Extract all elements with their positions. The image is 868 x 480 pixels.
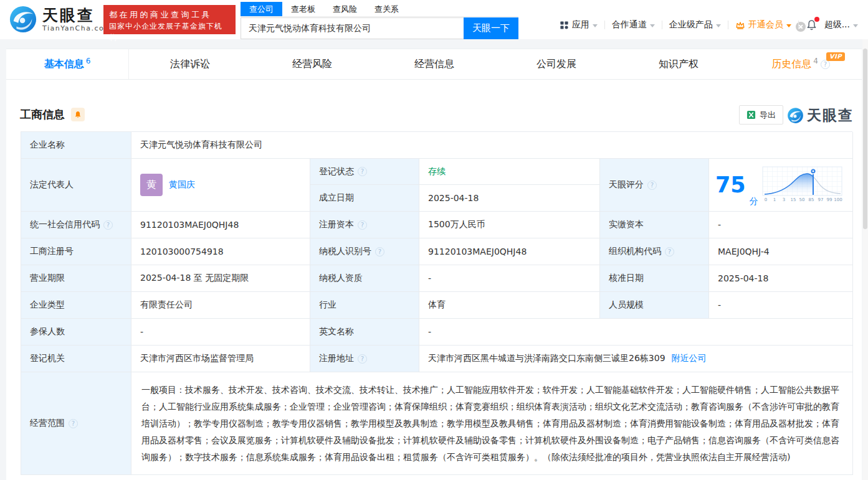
- score-unit: 分: [750, 196, 758, 207]
- section-title: 工商信息: [20, 107, 65, 122]
- nav-cooperation[interactable]: 合作通道: [612, 19, 655, 31]
- credit-code-label: 统一社会信用代码: [30, 219, 100, 230]
- tab-company-development[interactable]: 公司发展: [495, 49, 618, 79]
- establish-date-value: 2025-04-18: [419, 185, 600, 212]
- legal-rep-cell: 黄 黄国庆: [131, 159, 310, 212]
- axis-tick: 15: [790, 197, 796, 202]
- axis-tick: 0: [764, 197, 766, 202]
- brand-name: 天眼查: [42, 7, 112, 24]
- org-code-label: 组织机构代码: [609, 246, 661, 257]
- credit-code-value: 91120103MAEJ0QHJ48: [131, 212, 310, 238]
- search-tab-relation[interactable]: 查关系: [366, 2, 408, 16]
- tab-operating-risk[interactable]: 经营风险: [251, 49, 373, 79]
- tab-operating-info[interactable]: 经营信息: [373, 49, 495, 79]
- help-icon[interactable]: ?: [69, 419, 78, 428]
- search-button[interactable]: 天眼一下: [464, 17, 518, 39]
- business-scope-value: 一般项目：技术服务、技术开发、技术咨询、技术交流、技术转让、技术推广；人工智能应…: [131, 372, 853, 475]
- slogan-line1: 都在用的商业查询工具: [109, 9, 230, 21]
- chevron-down-icon: [786, 24, 791, 27]
- search-tab-company[interactable]: 查公司: [241, 2, 282, 16]
- scrollbar-thumb[interactable]: [863, 49, 867, 229]
- tab-history-info[interactable]: 历史信息 4 ? VIP: [740, 49, 862, 79]
- top-nav: 应用 合作通道 企业级产品 开通会员: [560, 15, 858, 35]
- score-value: 75: [715, 174, 746, 196]
- page-scrollbar[interactable]: [862, 39, 868, 480]
- bell-icon: [74, 111, 82, 119]
- industry-value: 体育: [419, 292, 600, 319]
- credit-code-label-cell: 统一社会信用代码 ?: [21, 212, 131, 238]
- approval-date-value: 2025-04-18: [709, 265, 853, 292]
- tyc-score-cell: 75 分: [709, 159, 853, 212]
- legal-rep-link[interactable]: 黄国庆: [169, 179, 195, 191]
- tab-basic-info-label: 基本信息: [44, 58, 84, 71]
- axis-tick: 50: [799, 197, 804, 202]
- business-term-value: 2025-04-18 至 无固定期限: [131, 265, 310, 292]
- apps-grid-icon: [560, 21, 569, 30]
- english-name-label: 英文名称: [310, 319, 419, 346]
- tab-basic-info[interactable]: 基本信息 6: [6, 49, 129, 79]
- help-icon[interactable]: ?: [358, 167, 367, 176]
- score-axis: 0 1 3 15 50 85 97 99 100: [764, 197, 842, 202]
- legal-rep-avatar: 黄: [140, 174, 163, 196]
- search-input[interactable]: [241, 17, 464, 39]
- chevron-down-icon: [650, 24, 655, 27]
- site-logo[interactable]: 天眼查 TianYanCha.com: [9, 5, 112, 34]
- business-scope-label: 经营范围: [30, 418, 65, 429]
- reg-number-value: 120103000754918: [131, 238, 310, 265]
- help-icon[interactable]: ?: [647, 181, 657, 190]
- industry-label: 行业: [310, 292, 419, 319]
- tab-intellectual-property[interactable]: 知识产权: [618, 49, 740, 79]
- axis-tick: 1: [773, 197, 775, 202]
- org-code-label-cell: 组织机构代码 ?: [600, 238, 709, 265]
- company-name-value: 天津元气悦动体育科技有限公司: [131, 132, 853, 159]
- nav-super-vip[interactable]: 超级...: [824, 19, 858, 31]
- help-icon[interactable]: ?: [358, 354, 367, 364]
- nav-open-vip[interactable]: 开通会员: [735, 19, 791, 31]
- tianyancha-logo-icon: [787, 107, 804, 124]
- help-icon[interactable]: ?: [358, 220, 367, 230]
- watermark-logo: 天眼查: [787, 106, 854, 125]
- axis-tick: 100: [834, 197, 842, 202]
- monitor-bell-button[interactable]: [71, 108, 85, 121]
- approval-date-label: 核准日期: [600, 265, 709, 292]
- paid-capital-value: -: [709, 212, 853, 238]
- taxpayer-id-value: 91120103MAEJ0QHJ48: [419, 238, 600, 265]
- watermark-brand-text: 天眼查: [807, 106, 854, 125]
- help-icon[interactable]: ?: [103, 220, 113, 230]
- brand-domain: TianYanCha.com: [42, 24, 112, 32]
- nav-apps[interactable]: 应用: [560, 19, 598, 31]
- tab-history-info-label: 历史信息: [771, 58, 811, 71]
- slogan-line2: 国家中小企业发展子基金旗下机构: [109, 21, 230, 43]
- search-tab-risk[interactable]: 查风险: [324, 2, 366, 16]
- tianyancha-company-page: 天眼查 TianYanCha.com 都在用的商业查询工具 国家中小企业发展子基…: [0, 0, 868, 480]
- insured-count-label: 参保人数: [21, 319, 131, 346]
- reg-capital-label-cell: 注册资本 ?: [310, 212, 419, 238]
- logo-text-block: 天眼查 TianYanCha.com: [42, 7, 112, 32]
- nav-apps-label: 应用: [572, 19, 589, 31]
- help-icon[interactable]: ?: [375, 247, 384, 256]
- company-type-value: 有限责任公司: [131, 292, 310, 319]
- nearby-companies-link[interactable]: 附近公司: [672, 353, 707, 364]
- nav-divider: [662, 21, 662, 29]
- nav-divider: [728, 21, 728, 29]
- axis-tick: 99: [826, 197, 832, 202]
- chevron-down-icon: [593, 24, 598, 27]
- axis-tick: 3: [782, 197, 785, 202]
- search-tabs: 查公司 查老板 查风险 查关系: [241, 2, 518, 17]
- notifications-button[interactable]: [806, 19, 818, 31]
- reg-capital-label: 注册资本: [319, 219, 354, 230]
- help-icon[interactable]: ?: [665, 247, 674, 256]
- company-type-label: 企业类型: [21, 292, 131, 319]
- nav-super-vip-label: 超级...: [824, 19, 850, 31]
- excel-icon: [746, 110, 756, 120]
- score-distribution-chart: 0 1 3 15 50 85 97 99 100: [762, 166, 843, 204]
- tab-operating-info-label: 经营信息: [414, 58, 454, 71]
- reg-address-label-cell: 注册地址 ?: [310, 346, 419, 372]
- tab-legal[interactable]: 法律诉讼: [129, 49, 251, 79]
- axis-tick: 97: [818, 197, 823, 202]
- taxpayer-id-label: 纳税人识别号: [319, 246, 371, 257]
- export-button[interactable]: 导出: [739, 105, 783, 125]
- nav-enterprise-label: 企业级产品: [669, 19, 713, 31]
- search-tab-boss[interactable]: 查老板: [282, 2, 324, 16]
- nav-enterprise[interactable]: 企业级产品: [669, 19, 721, 31]
